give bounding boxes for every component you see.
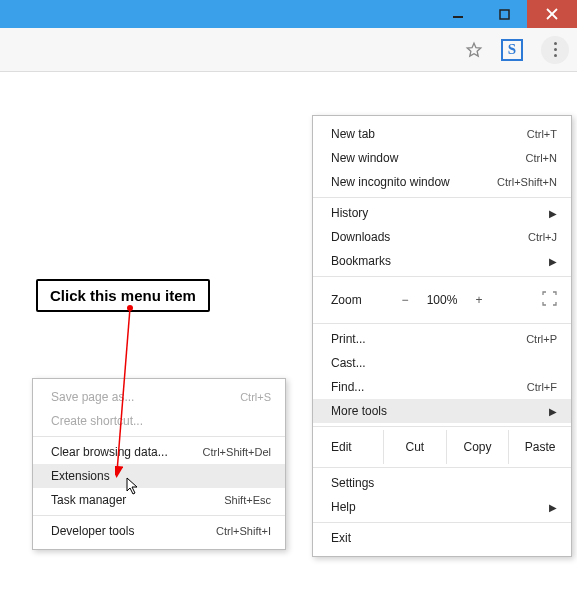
menu-print[interactable]: Print...Ctrl+P: [313, 327, 571, 351]
more-tools-submenu: Save page as...Ctrl+S Create shortcut...…: [32, 378, 286, 550]
svg-rect-1: [500, 10, 509, 19]
submenu-dev-tools[interactable]: Developer toolsCtrl+Shift+I: [33, 519, 285, 543]
zoom-out-button[interactable]: −: [389, 293, 421, 307]
zoom-in-button[interactable]: +: [463, 293, 495, 307]
zoom-label: Zoom: [331, 293, 389, 307]
submenu-arrow-icon: ▶: [549, 406, 557, 417]
menu-new-incognito[interactable]: New incognito windowCtrl+Shift+N: [313, 170, 571, 194]
maximize-button[interactable]: [481, 0, 527, 28]
submenu-arrow-icon: ▶: [549, 256, 557, 267]
edit-label: Edit: [313, 440, 383, 454]
submenu-clear-data[interactable]: Clear browsing data...Ctrl+Shift+Del: [33, 440, 285, 464]
main-menu: New tabCtrl+T New windowCtrl+N New incog…: [312, 115, 572, 557]
submenu-task-manager[interactable]: Task managerShift+Esc: [33, 488, 285, 512]
submenu-arrow-icon: ▶: [549, 208, 557, 219]
edit-copy-button[interactable]: Copy: [446, 430, 509, 464]
edit-paste-button[interactable]: Paste: [508, 430, 571, 464]
window-titlebar: [0, 0, 577, 28]
extension-badge-icon[interactable]: S: [501, 39, 523, 61]
menu-zoom-row: Zoom − 100% +: [313, 280, 571, 320]
edit-cut-button[interactable]: Cut: [383, 430, 446, 464]
submenu-save-page: Save page as...Ctrl+S: [33, 385, 285, 409]
menu-edit-row: Edit Cut Copy Paste: [313, 430, 571, 464]
menu-settings[interactable]: Settings: [313, 471, 571, 495]
fullscreen-icon[interactable]: [542, 291, 557, 309]
browser-toolbar: S: [0, 28, 577, 72]
menu-downloads[interactable]: DownloadsCtrl+J: [313, 225, 571, 249]
menu-find[interactable]: Find...Ctrl+F: [313, 375, 571, 399]
menu-bookmarks[interactable]: Bookmarks▶: [313, 249, 571, 273]
menu-cast[interactable]: Cast...: [313, 351, 571, 375]
menu-more-tools[interactable]: More tools▶: [313, 399, 571, 423]
submenu-arrow-icon: ▶: [549, 502, 557, 513]
bookmark-star-icon[interactable]: [465, 41, 483, 59]
submenu-extensions[interactable]: Extensions: [33, 464, 285, 488]
menu-help[interactable]: Help▶: [313, 495, 571, 519]
instruction-callout: Click this menu item: [36, 279, 210, 312]
menu-new-window[interactable]: New windowCtrl+N: [313, 146, 571, 170]
menu-new-tab[interactable]: New tabCtrl+T: [313, 122, 571, 146]
close-button[interactable]: [527, 0, 577, 28]
zoom-percent: 100%: [421, 293, 463, 307]
menu-button[interactable]: [541, 36, 569, 64]
menu-history[interactable]: History▶: [313, 201, 571, 225]
submenu-create-shortcut: Create shortcut...: [33, 409, 285, 433]
menu-exit[interactable]: Exit: [313, 526, 571, 550]
minimize-button[interactable]: [435, 0, 481, 28]
